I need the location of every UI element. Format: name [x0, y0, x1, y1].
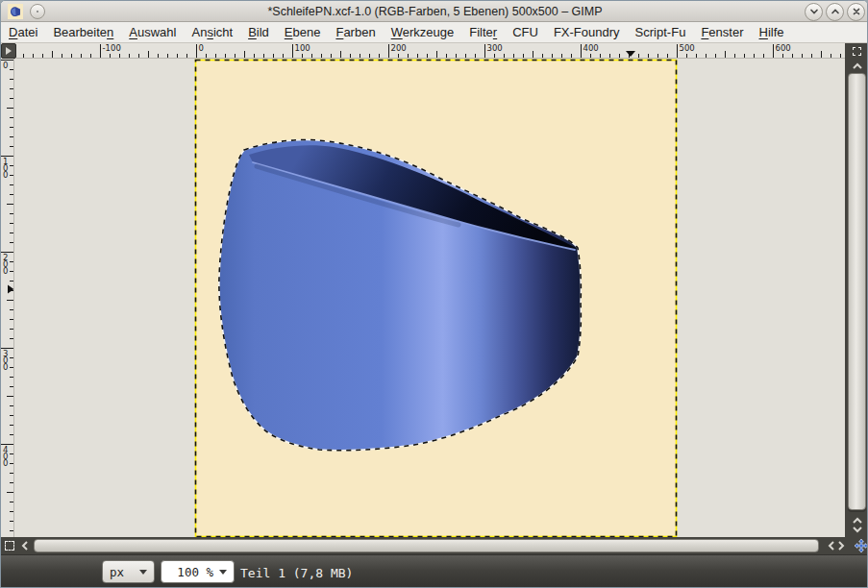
chevron-down-icon	[139, 570, 147, 575]
status-message: Teil 1 (7,8 MB)	[240, 555, 353, 588]
menu-item-ansicht[interactable]: Ansicht	[184, 22, 240, 43]
menu-item-hilfe[interactable]: Hilfe	[752, 22, 792, 43]
svg-text:400: 400	[583, 43, 599, 53]
menu-item-bearbeiten[interactable]: Bearbeiten	[45, 22, 121, 43]
chevron-up-icon	[852, 517, 863, 525]
svg-text:0: 0	[199, 43, 204, 53]
maximize-button[interactable]	[826, 3, 844, 21]
svg-text:0: 0	[3, 458, 8, 468]
window-menu-button[interactable]	[30, 4, 45, 19]
menu-item-filter[interactable]: Filter	[461, 22, 505, 43]
gimp-window: *SchleifePN.xcf-1.0 (RGB-Farben, 5 Ebene…	[0, 0, 868, 588]
window-title: *SchleifePN.xcf-1.0 (RGB-Farben, 5 Ebene…	[116, 1, 754, 22]
titlebar[interactable]: *SchleifePN.xcf-1.0 (RGB-Farben, 5 Ebene…	[1, 1, 868, 22]
window-controls	[805, 2, 865, 21]
scroll-up-button[interactable]	[845, 59, 868, 74]
chevron-right-icon	[837, 540, 845, 551]
scroll-left-button[interactable]	[17, 537, 33, 554]
chevron-up-icon	[831, 7, 840, 16]
menu-item-auswahl[interactable]: Auswahl	[121, 22, 184, 43]
menu-item-script-fu[interactable]: Script-Fu	[628, 22, 694, 43]
triangle-right-icon	[6, 47, 12, 55]
chevron-left-icon	[21, 540, 29, 551]
vertical-ruler[interactable]: 0100200300400	[1, 59, 14, 537]
image-canvas[interactable]	[14, 59, 845, 537]
menu-item-cfu[interactable]: CFU	[505, 22, 546, 43]
move-cross-icon	[854, 538, 868, 553]
quick-mask-toggle[interactable]	[1, 537, 17, 554]
menu-item-datei[interactable]: Datei	[1, 22, 45, 43]
zoom-select[interactable]: 100 %	[161, 560, 235, 583]
svg-text:300: 300	[487, 43, 503, 53]
svg-text:100: 100	[295, 43, 310, 53]
minimize-button[interactable]	[805, 3, 823, 21]
chevron-down-icon	[219, 570, 227, 575]
horizontal-scroll-track[interactable]	[33, 537, 820, 554]
svg-text:200: 200	[391, 43, 407, 53]
unit-value: px	[110, 565, 124, 579]
navigation-button[interactable]	[853, 537, 868, 554]
canvas-viewport[interactable]	[14, 59, 845, 537]
menu-item-werkzeuge[interactable]: Werkzeuge	[384, 22, 462, 43]
window-icon	[8, 4, 23, 19]
menubar: DateiBearbeitenAuswahlAnsichtBildEbeneFa…	[1, 22, 868, 43]
svg-text:0: 0	[3, 170, 8, 180]
statusbar: px 100 % Teil 1 (7,8 MB)	[1, 554, 868, 588]
dashed-square-icon	[5, 541, 14, 551]
svg-text:0: 0	[3, 266, 8, 276]
menu-item-fx-foundry[interactable]: FX-Foundry	[546, 22, 628, 43]
horizontal-ruler[interactable]: -1000100200300400500600	[16, 43, 845, 59]
unit-select[interactable]: px	[102, 560, 155, 583]
chevron-down-icon	[809, 7, 819, 16]
svg-text:0: 0	[3, 61, 8, 70]
dashed-square-icon	[853, 47, 861, 56]
svg-text:0: 0	[3, 362, 8, 372]
vertical-scroll-thumb[interactable]	[848, 73, 866, 510]
menu-item-fenster[interactable]: Fenster	[693, 22, 751, 43]
menu-item-ebene[interactable]: Ebene	[277, 22, 329, 43]
svg-text:-100: -100	[103, 43, 121, 53]
zoom-value: 100 %	[177, 565, 213, 579]
horizontal-scroll-thumb[interactable]	[34, 539, 819, 552]
image-menu-button[interactable]	[1, 43, 16, 59]
chevron-left-icon	[828, 540, 835, 551]
menu-item-farben[interactable]: Farben	[328, 22, 383, 43]
zoom-follow-window-toggle[interactable]	[845, 43, 868, 59]
menu-item-bild[interactable]: Bild	[240, 22, 277, 43]
svg-text:600: 600	[776, 43, 791, 53]
chevron-up-icon	[852, 62, 863, 70]
horizontal-scroll-steppers[interactable]	[820, 537, 853, 554]
vertical-scroll-steppers[interactable]	[845, 512, 868, 537]
vertical-scrollbar[interactable]	[845, 59, 868, 537]
chevron-down-icon	[852, 526, 863, 533]
close-button[interactable]	[847, 3, 865, 21]
close-icon	[852, 7, 861, 16]
svg-text:500: 500	[680, 43, 695, 53]
